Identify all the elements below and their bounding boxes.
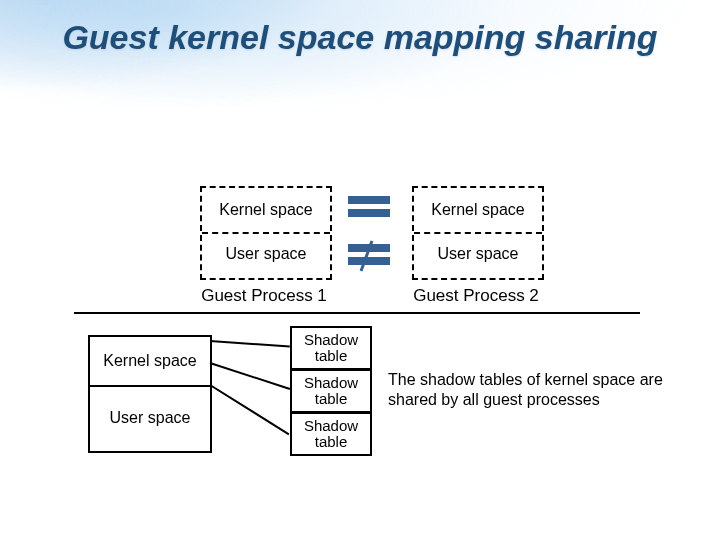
slide-title: Guest kernel space mapping sharing xyxy=(0,18,720,57)
guest-process-2-kernel-cell: Kernel space xyxy=(414,188,542,232)
guest-process-1-label: Guest Process 1 xyxy=(184,286,344,306)
shadow-table-box: Shadow table xyxy=(290,412,372,456)
not-equal-icon xyxy=(348,244,390,268)
shadow-table-caption: The shadow tables of kernel space are sh… xyxy=(388,370,668,410)
guest-process-1-kernel-cell: Kernel space xyxy=(202,188,330,232)
guest-process-2-label: Guest Process 2 xyxy=(396,286,556,306)
equals-icon xyxy=(348,196,390,220)
shadow-table-box: Shadow table xyxy=(290,369,372,413)
connector-line xyxy=(210,362,291,390)
shadow-table-box: Shadow table xyxy=(290,326,372,370)
guest-process-1-box: Kernel space User space xyxy=(200,186,332,280)
guest-kernel-cell: Kernel space xyxy=(90,337,210,385)
connector-line xyxy=(210,340,290,348)
guest-process-1-user-cell: User space xyxy=(202,232,330,276)
guest-user-cell: User space xyxy=(90,385,210,451)
guest-address-space-box: Kernel space User space xyxy=(88,335,212,453)
guest-process-2-user-cell: User space xyxy=(414,232,542,276)
guest-process-2-box: Kernel space User space xyxy=(412,186,544,280)
connector-line xyxy=(209,384,289,435)
horizontal-rule xyxy=(74,312,640,314)
